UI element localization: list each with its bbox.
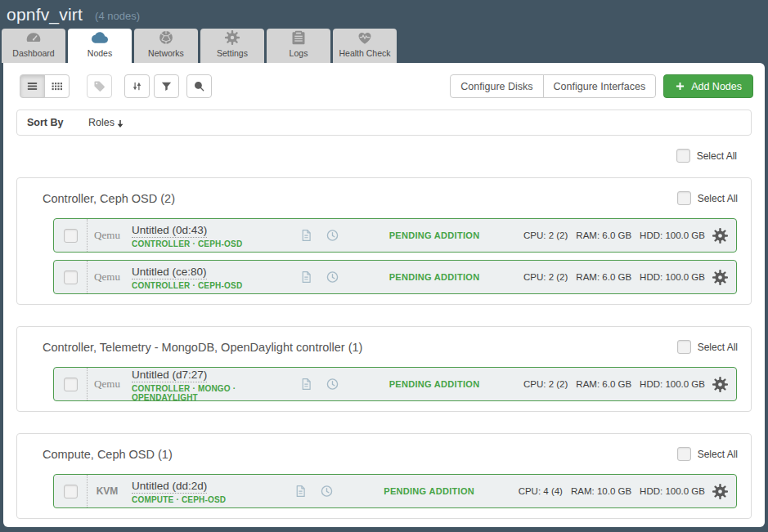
node-name[interactable]: Untitled (ce:80): [132, 266, 207, 279]
group-select-all[interactable]: Select All: [677, 447, 738, 461]
tab-nodes[interactable]: Nodes: [68, 29, 132, 65]
node-roles: CONTROLLER · MONGO · OPENDAYLIGHT: [132, 384, 293, 402]
dashboard-icon: [25, 29, 43, 46]
node-cpu: CPU: 2 (2): [523, 272, 568, 282]
plus-icon: [675, 81, 685, 92]
environment-node-count: (4 nodes): [95, 7, 140, 22]
group-nodes: QemuUntitled (0d:43)CONTROLLER · CEPH-OS…: [29, 218, 739, 294]
select-all-control[interactable]: Select All: [676, 149, 737, 163]
node-status: PENDING ADDITION: [345, 230, 523, 240]
node-roles: CONTROLLER · CEPH-OSD: [132, 239, 293, 248]
node-name-block: Untitled (dd:2d)COMPUTE · CEPH-OSD: [127, 478, 288, 504]
environment-title: opnfv_virt: [7, 5, 83, 25]
toolbar-actions: Configure Disks Configure Interfaces Add…: [450, 74, 753, 98]
tab-label: Networks: [148, 48, 184, 58]
group-title: Compute, Ceph OSD (1): [29, 442, 739, 474]
select-all-checkbox[interactable]: [676, 149, 690, 163]
group-select-all-label: Select All: [698, 449, 738, 460]
node-hdd: HDD: 100.0 GB: [640, 272, 705, 282]
configure-interfaces-button[interactable]: Configure Interfaces: [543, 74, 657, 98]
labels-tag-icon: [87, 74, 112, 98]
group-select-all[interactable]: Select All: [677, 340, 738, 354]
node-history-clock-icon[interactable]: [319, 270, 345, 284]
select-all-label: Select All: [697, 150, 737, 162]
node-group: Controller, Telemetry - MongoDB, OpenDay…: [16, 326, 752, 412]
nodes-icon: [91, 29, 109, 46]
settings-icon: [223, 29, 241, 46]
node-hdd: HDD: 100.0 GB: [640, 230, 705, 240]
node-settings-gear-icon[interactable]: [705, 483, 736, 500]
add-nodes-button[interactable]: Add Nodes: [663, 74, 753, 98]
node-ram: RAM: 6.0 GB: [576, 272, 631, 282]
node-ram: RAM: 6.0 GB: [576, 379, 631, 389]
tab-logs[interactable]: Logs: [267, 29, 330, 63]
node-checkbox[interactable]: [64, 229, 78, 243]
tab-bar: DashboardNodesNetworksSettingsLogsHealth…: [0, 29, 768, 63]
node-name-block: Untitled (ce:80)CONTROLLER · CEPH-OSD: [127, 264, 293, 290]
node-details-file-icon[interactable]: [293, 228, 319, 243]
node-name-block: Untitled (0d:43)CONTROLLER · CEPH-OSD: [127, 222, 293, 248]
list-view-icon[interactable]: [20, 74, 45, 98]
node-roles: CONTROLLER · CEPH-OSD: [132, 281, 293, 290]
node-history-clock-icon[interactable]: [319, 228, 345, 243]
nodes-toolbar: Configure Disks Configure Interfaces Add…: [3, 63, 765, 98]
node-checkbox[interactable]: [64, 270, 78, 284]
node-row[interactable]: KVMUntitled (dd:2d)COMPUTE · CEPH-OSDPEN…: [53, 474, 737, 508]
node-settings-gear-icon[interactable]: [705, 227, 736, 244]
node-specs: CPU: 2 (2)RAM: 6.0 GBHDD: 100.0 GB: [523, 379, 705, 389]
compact-view-icon[interactable]: [44, 74, 70, 98]
node-details-file-icon[interactable]: [293, 377, 319, 391]
tab-networks[interactable]: Networks: [134, 29, 198, 63]
group-select-all-checkbox[interactable]: [677, 447, 691, 461]
tab-label: Nodes: [88, 48, 112, 58]
node-history-clock-icon[interactable]: [319, 377, 345, 391]
group-nodes: KVMUntitled (dd:2d)COMPUTE · CEPH-OSDPEN…: [29, 474, 739, 508]
add-nodes-label: Add Nodes: [691, 81, 742, 92]
tab-label: Settings: [217, 48, 248, 58]
group-select-all-label: Select All: [698, 342, 738, 353]
group-select-all[interactable]: Select All: [677, 191, 738, 205]
tab-health-check[interactable]: Health Check: [333, 29, 397, 63]
tab-dashboard[interactable]: Dashboard: [2, 29, 65, 63]
node-checkbox-cell: [54, 219, 88, 252]
node-name[interactable]: Untitled (0d:43): [132, 224, 207, 238]
tab-settings[interactable]: Settings: [200, 29, 264, 63]
search-icon[interactable]: [186, 74, 212, 98]
sort-roles-chip[interactable]: Roles: [88, 117, 125, 129]
node-row[interactable]: QemuUntitled (ce:80)CONTROLLER · CEPH-OS…: [53, 260, 737, 294]
node-hdd: HDD: 100.0 GB: [640, 486, 705, 496]
node-row[interactable]: QemuUntitled (0d:43)CONTROLLER · CEPH-OS…: [53, 218, 737, 253]
node-settings-gear-icon[interactable]: [705, 269, 736, 286]
node-history-clock-icon[interactable]: [314, 484, 340, 498]
node-specs: CPU: 4 (4)RAM: 10.0 GBHDD: 100.0 GB: [519, 486, 705, 496]
node-name[interactable]: Untitled (dd:2d): [132, 480, 207, 494]
group-select-all-checkbox[interactable]: [677, 191, 691, 205]
node-row[interactable]: QemuUntitled (d7:27)CONTROLLER · MONGO ·…: [53, 367, 737, 401]
node-checkbox-cell: [54, 261, 88, 293]
node-details-file-icon[interactable]: [293, 270, 319, 284]
group-select-all-checkbox[interactable]: [677, 340, 691, 354]
main-select-all-row: Select All: [3, 136, 765, 166]
filter-icon[interactable]: [154, 74, 179, 98]
environment-header: opnfv_virt (4 nodes): [0, 0, 768, 29]
networks-icon: [157, 29, 175, 46]
view-mode-toggle: [20, 74, 70, 98]
node-status: PENDING ADDITION: [345, 272, 523, 282]
configure-button-group: Configure Disks Configure Interfaces: [450, 74, 656, 98]
sort-direction-down-icon: [115, 118, 125, 129]
node-checkbox-cell: [54, 368, 88, 400]
configure-disks-button[interactable]: Configure Disks: [450, 74, 543, 98]
node-name[interactable]: Untitled (d7:27): [132, 369, 207, 382]
node-group: Compute, Ceph OSD (1)Select AllKVMUntitl…: [16, 433, 752, 519]
node-status: PENDING ADDITION: [345, 379, 523, 389]
node-details-file-icon[interactable]: [288, 484, 314, 498]
sort-icon[interactable]: [124, 74, 150, 98]
node-checkbox[interactable]: [64, 378, 78, 391]
node-vendor: Qemu: [88, 378, 127, 391]
node-settings-gear-icon[interactable]: [705, 376, 736, 393]
node-checkbox[interactable]: [64, 485, 78, 498]
node-specs: CPU: 2 (2)RAM: 6.0 GBHDD: 100.0 GB: [523, 272, 705, 282]
node-cpu: CPU: 2 (2): [523, 230, 568, 240]
node-group: Controller, Ceph OSD (2)Select AllQemuUn…: [16, 177, 752, 305]
node-checkbox-cell: [54, 475, 88, 507]
